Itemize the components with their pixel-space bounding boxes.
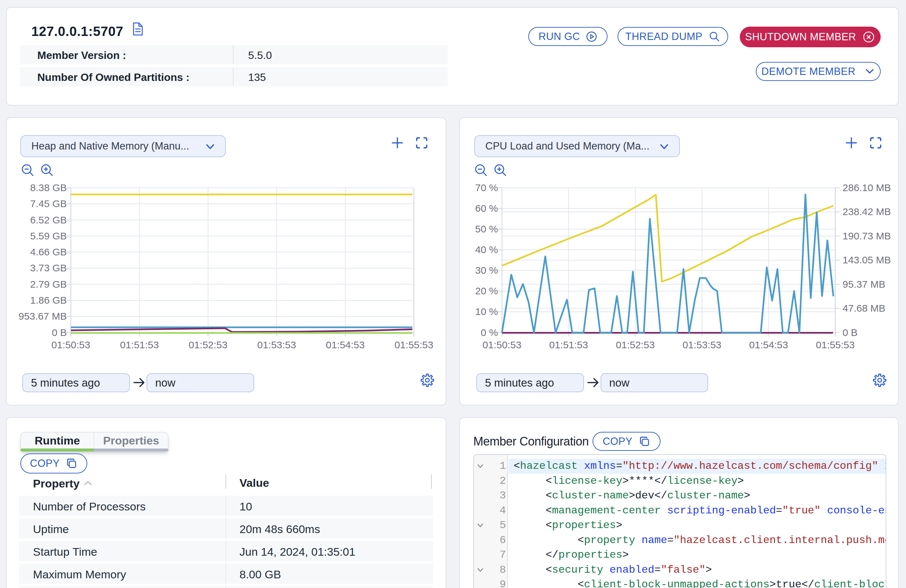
svg-text:10 %: 10 %	[475, 306, 498, 317]
svg-text:0 B: 0 B	[843, 327, 858, 338]
svg-text:01:50:53: 01:50:53	[51, 339, 90, 350]
svg-text:01:53:53: 01:53:53	[683, 339, 721, 350]
svg-text:8.38 GB: 8.38 GB	[30, 182, 67, 193]
svg-text:01:55:53: 01:55:53	[816, 339, 855, 350]
svg-text:60 %: 60 %	[475, 203, 498, 214]
svg-text:238.42 MB: 238.42 MB	[843, 206, 891, 217]
svg-text:190.73 MB: 190.73 MB	[843, 230, 891, 241]
svg-text:20 %: 20 %	[475, 285, 498, 296]
svg-text:0 B: 0 B	[52, 327, 67, 338]
svg-text:01:52:53: 01:52:53	[188, 339, 228, 350]
svg-text:30 %: 30 %	[475, 265, 498, 276]
svg-text:1.86 GB: 1.86 GB	[30, 295, 67, 306]
svg-text:01:55:53: 01:55:53	[394, 339, 433, 350]
svg-text:50 %: 50 %	[475, 223, 498, 234]
svg-text:95.37 MB: 95.37 MB	[843, 279, 885, 290]
svg-text:70 %: 70 %	[475, 182, 498, 193]
svg-text:6.52 GB: 6.52 GB	[30, 214, 67, 225]
svg-text:143.05 MB: 143.05 MB	[843, 254, 891, 265]
svg-text:953.67 MB: 953.67 MB	[19, 311, 67, 322]
svg-text:40 %: 40 %	[475, 244, 498, 255]
svg-text:2.79 GB: 2.79 GB	[30, 279, 67, 290]
svg-text:286.10 MB: 286.10 MB	[843, 182, 891, 193]
svg-text:01:51:53: 01:51:53	[549, 339, 588, 350]
svg-text:01:52:53: 01:52:53	[616, 339, 655, 350]
svg-text:4.66 GB: 4.66 GB	[30, 246, 67, 257]
svg-text:01:54:53: 01:54:53	[749, 339, 788, 350]
svg-text:47.68 MB: 47.68 MB	[843, 303, 885, 314]
svg-text:5.59 GB: 5.59 GB	[30, 230, 67, 241]
svg-text:3.73 GB: 3.73 GB	[30, 262, 67, 273]
svg-text:01:50:53: 01:50:53	[483, 339, 522, 350]
svg-text:01:51:53: 01:51:53	[120, 339, 159, 350]
svg-text:01:54:53: 01:54:53	[326, 339, 365, 350]
svg-text:7.45 GB: 7.45 GB	[30, 198, 67, 209]
svg-text:01:53:53: 01:53:53	[257, 339, 296, 350]
svg-text:0 %: 0 %	[481, 327, 498, 338]
